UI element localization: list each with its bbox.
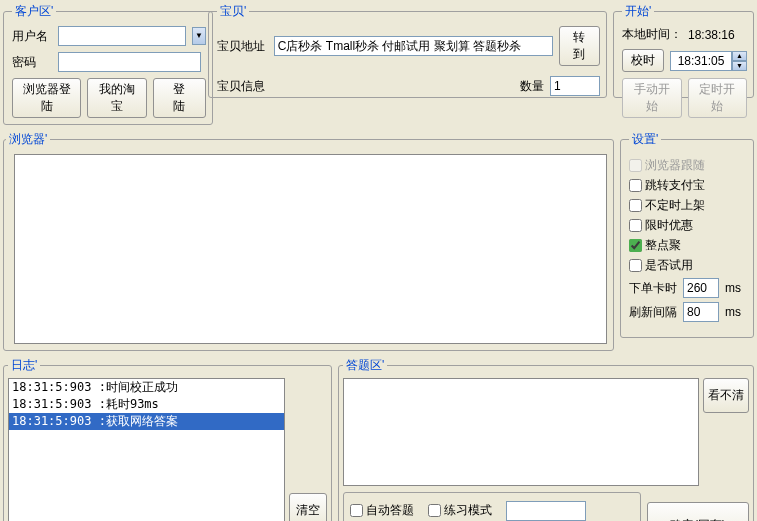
start-time-input[interactable] xyxy=(670,51,732,71)
unshelf-checkbox[interactable] xyxy=(629,199,642,212)
practice-checkbox[interactable] xyxy=(428,504,441,517)
refresh-label: 刷新间隔 xyxy=(629,304,677,321)
zhengdian-checkbox[interactable] xyxy=(629,239,642,252)
calibrate-button[interactable]: 校时 xyxy=(622,49,664,72)
refresh-input[interactable] xyxy=(683,302,719,322)
confirm-button[interactable]: 确定(回车) xyxy=(647,502,749,522)
unshelf-label: 不定时上架 xyxy=(645,197,705,214)
browser-login-button[interactable]: 浏览器登陆 xyxy=(12,78,81,118)
local-time-value: 18:38:16 xyxy=(688,28,735,42)
password-label: 密码 xyxy=(12,54,52,71)
log-line[interactable]: 18:31:5:903 :时间校正成功 xyxy=(9,379,284,396)
item-info-label: 宝贝信息 xyxy=(217,78,269,95)
log-line[interactable]: 18:31:5:903 :获取网络答案 xyxy=(9,413,284,430)
follow-checkbox xyxy=(629,159,642,172)
auto-answer-checkbox[interactable] xyxy=(350,504,363,517)
zhengdian-label: 整点聚 xyxy=(645,237,681,254)
manual-start-button[interactable]: 手动开始 xyxy=(622,78,682,118)
ms-label-1: ms xyxy=(725,281,741,295)
login-button[interactable]: 登 陆 xyxy=(153,78,206,118)
alipay-label: 跳转支付宝 xyxy=(645,177,705,194)
local-time-label: 本地时间： xyxy=(622,26,682,43)
practice-label: 练习模式 xyxy=(444,502,492,519)
item-addr-label: 宝贝地址 xyxy=(217,38,268,55)
qty-label: 数量 xyxy=(520,78,544,95)
trial-label: 是否试用 xyxy=(645,257,693,274)
trial-checkbox[interactable] xyxy=(629,259,642,272)
my-taobao-button[interactable]: 我的淘宝 xyxy=(87,78,146,118)
username-dropdown-icon[interactable]: ▼ xyxy=(192,27,206,45)
password-input[interactable] xyxy=(58,52,201,72)
follow-label: 浏览器跟随 xyxy=(645,157,705,174)
username-label: 用户名 xyxy=(12,28,52,45)
order-delay-input[interactable] xyxy=(683,278,719,298)
account-legend: 客户区' xyxy=(12,3,56,20)
order-delay-label: 下单卡时 xyxy=(629,280,677,297)
timed-start-button[interactable]: 定时开始 xyxy=(688,78,748,118)
clear-log-button[interactable]: 清空 xyxy=(289,493,327,521)
cant-see-button[interactable]: 看不清 xyxy=(703,378,749,413)
item-addr-input[interactable] xyxy=(274,36,553,56)
time-spin-down-icon[interactable]: ▼ xyxy=(732,61,747,71)
answer-input[interactable] xyxy=(506,501,586,521)
goto-button[interactable]: 转到 xyxy=(559,26,600,66)
alipay-checkbox[interactable] xyxy=(629,179,642,192)
answer-legend: 答题区' xyxy=(343,357,387,374)
auto-answer-label: 自动答题 xyxy=(366,502,414,519)
discount-checkbox[interactable] xyxy=(629,219,642,232)
browser-area[interactable] xyxy=(14,154,607,344)
log-legend: 日志' xyxy=(8,357,40,374)
item-legend: 宝贝' xyxy=(217,3,249,20)
ms-label-2: ms xyxy=(725,305,741,319)
time-spin-up-icon[interactable]: ▲ xyxy=(732,51,747,61)
log-line[interactable]: 18:31:5:903 :耗时93ms xyxy=(9,396,284,413)
log-listbox[interactable]: 18:31:5:903 :时间校正成功 18:31:5:903 :耗时93ms … xyxy=(8,378,285,521)
discount-label: 限时优惠 xyxy=(645,217,693,234)
answer-image-area xyxy=(343,378,699,486)
qty-input[interactable] xyxy=(550,76,600,96)
settings-legend: 设置' xyxy=(629,131,661,148)
start-legend: 开始' xyxy=(622,3,654,20)
username-input[interactable] xyxy=(58,26,186,46)
browser-legend: 浏览器' xyxy=(6,131,50,148)
